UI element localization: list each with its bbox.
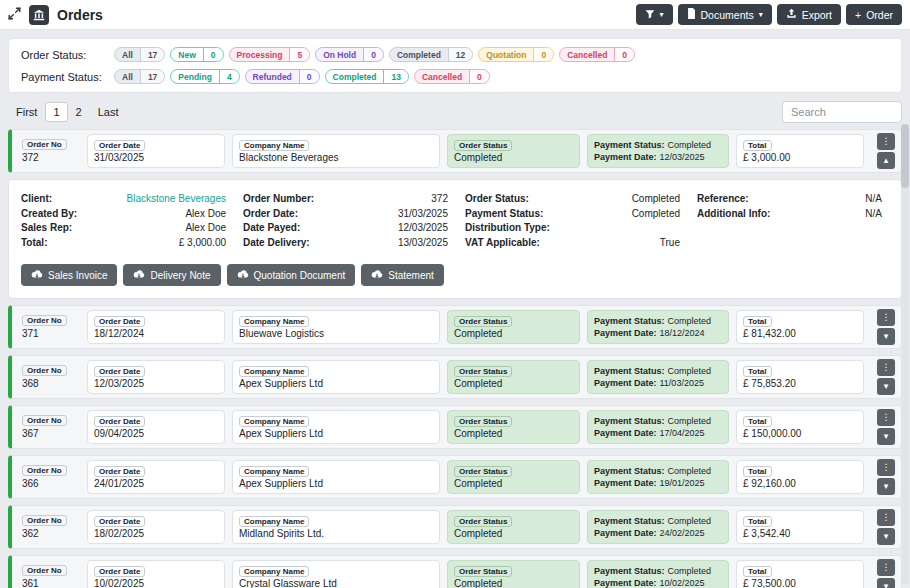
order-status-pill-all[interactable]: All17 [114, 47, 165, 62]
order-date-value: 18/02/2025 [94, 528, 218, 539]
search-input[interactable] [782, 101, 902, 123]
documents-button[interactable]: Documents ▾ [678, 4, 772, 25]
row-expand-button[interactable]: ▾ [877, 378, 895, 395]
row-menu-button[interactable]: ⋮ [877, 509, 895, 526]
order-date-value: 12/03/2025 [94, 378, 218, 389]
company-name-label: Company Name [239, 140, 309, 151]
order-status-label: Order Status [454, 316, 512, 327]
company-name-value: Crystal Glassware Ltd [239, 578, 433, 588]
row-menu-button[interactable]: ⋮ [877, 133, 895, 150]
detail-value: Alex Doe [185, 221, 226, 235]
scrollbar[interactable] [901, 124, 909, 584]
company-name-label: Company Name [239, 566, 309, 577]
order-date-value: 10/02/2025 [94, 578, 218, 588]
pill-label: New [171, 48, 202, 61]
detail-label: Total: [21, 236, 47, 250]
row-menu-button[interactable]: ⋮ [877, 359, 895, 376]
order-status-filter-label: Order Status: [21, 49, 109, 61]
payment-date-label: Payment Date: [594, 578, 657, 588]
payment-status-pill-all[interactable]: All17 [114, 69, 165, 84]
row-actions: ⋮ ▾ [877, 359, 895, 395]
delivery-note-button[interactable]: Delivery Note [123, 264, 220, 286]
row-expand-button[interactable]: ▾ [877, 528, 895, 545]
payment-status-pill-pending[interactable]: Pending4 [170, 69, 239, 84]
pagination-page-1[interactable]: 1 [45, 102, 67, 122]
row-collapse-button[interactable]: ▴ [877, 152, 895, 169]
order-date-value: 09/04/2025 [94, 428, 218, 439]
pill-count: 0 [363, 48, 383, 61]
order-status-pill-processing[interactable]: Processing5 [229, 47, 311, 62]
row-actions: ⋮ ▾ [877, 509, 895, 545]
client-link[interactable]: Blackstone Beverages [126, 192, 226, 206]
statement-button[interactable]: Statement [361, 264, 444, 286]
pill-count: 13 [383, 70, 407, 83]
order-status-pill-on-hold[interactable]: On Hold0 [315, 47, 384, 62]
row-expand-button[interactable]: ▾ [877, 578, 895, 588]
company-name-value: Apex Suppliers Ltd [239, 378, 433, 389]
row-expand-button[interactable]: ▾ [877, 478, 895, 495]
sales-invoice-button[interactable]: Sales Invoice [21, 264, 117, 286]
order-status-value: Completed [454, 328, 573, 339]
order-no-value: 368 [22, 378, 80, 389]
company-name-field: Company NameApex Suppliers Ltd [232, 460, 440, 494]
order-status-pill-quotation[interactable]: Quotation0 [478, 47, 554, 62]
expand-icon[interactable] [8, 6, 21, 24]
payment-status-label: Payment Status: [594, 316, 665, 326]
payment-status-pill-completed[interactable]: Completed13 [325, 69, 409, 84]
export-button-label: Export [802, 9, 832, 21]
export-button[interactable]: Export [777, 4, 841, 25]
document-buttons: Sales Invoice Delivery Note Quotation Do… [21, 264, 889, 286]
detail-grid: Client:Blackstone Beverages Created By:A… [21, 192, 889, 249]
total-field: Total£ 92,160.00 [736, 460, 864, 494]
pill-label: Completed [326, 70, 384, 83]
pagination-last[interactable]: Last [90, 102, 127, 122]
company-name-value: Bluewave Logistics [239, 328, 433, 339]
row-expand-button[interactable]: ▾ [877, 428, 895, 445]
order-status-value: Completed [454, 528, 573, 539]
order-status-label: Order Status [454, 416, 512, 427]
company-name-label: Company Name [239, 366, 309, 377]
pagination-first[interactable]: First [8, 102, 45, 122]
pill-count: 17 [140, 48, 164, 61]
total-value: £ 73,500.00 [743, 578, 857, 588]
payment-status-pill-cancelled[interactable]: Cancelled0 [414, 69, 490, 84]
pagination-page-2[interactable]: 2 [68, 102, 90, 122]
row-expand-button[interactable]: ▾ [877, 328, 895, 345]
detail-value: N/A [865, 192, 882, 206]
order-date-field: Order Date09/04/2025 [87, 410, 225, 444]
order-date-field: Order Date24/01/2025 [87, 460, 225, 494]
total-value: £ 75,853.20 [743, 378, 857, 389]
order-status-pill-cancelled[interactable]: Cancelled0 [559, 47, 635, 62]
row-menu-button[interactable]: ⋮ [877, 309, 895, 326]
order-date-label: Order Date [94, 316, 145, 327]
payment-date-value: 12/03/2025 [660, 152, 705, 162]
payment-status-line: Payment Status:Completed [594, 366, 722, 377]
payment-status-label: Payment Status: [594, 416, 665, 426]
quotation-document-button[interactable]: Quotation Document [227, 264, 356, 286]
payment-date-value: 24/02/2025 [660, 528, 705, 538]
payment-date-line: Payment Date:12/03/2025 [594, 152, 722, 163]
order-status-value: Completed [454, 478, 573, 489]
detail-label: Payment Status: [465, 207, 543, 221]
filter-button[interactable]: ▾ [636, 4, 673, 25]
total-field: Total£ 75,853.20 [736, 360, 864, 394]
company-name-label: Company Name [239, 516, 309, 527]
row-actions: ⋮ ▾ [877, 559, 895, 588]
row-menu-button[interactable]: ⋮ [877, 559, 895, 576]
detail-column-status: Order Status:Completed Payment Status:Co… [465, 192, 680, 249]
row-menu-button[interactable]: ⋮ [877, 409, 895, 426]
scrollbar-thumb[interactable] [901, 124, 909, 188]
payment-status-label: Payment Status: [594, 140, 665, 150]
payment-date-value: 10/02/2025 [660, 578, 705, 588]
add-order-button[interactable]: + Order [846, 4, 902, 25]
order-status-filter-row: Order Status: All17 New0 Processing5 On … [21, 47, 889, 62]
payment-status-pill-refunded[interactable]: Refunded0 [245, 69, 320, 84]
row-menu-button[interactable]: ⋮ [877, 459, 895, 476]
detail-value: 31/03/2025 [398, 207, 448, 221]
order-status-pill-completed[interactable]: Completed12 [389, 47, 473, 62]
payment-status-line: Payment Status:Completed [594, 516, 722, 527]
order-date-label: Order Date [94, 140, 145, 151]
order-detail-panel: Client:Blackstone Beverages Created By:A… [8, 179, 902, 299]
payment-status-value: Completed [668, 416, 712, 426]
order-status-pill-new[interactable]: New0 [170, 47, 223, 62]
